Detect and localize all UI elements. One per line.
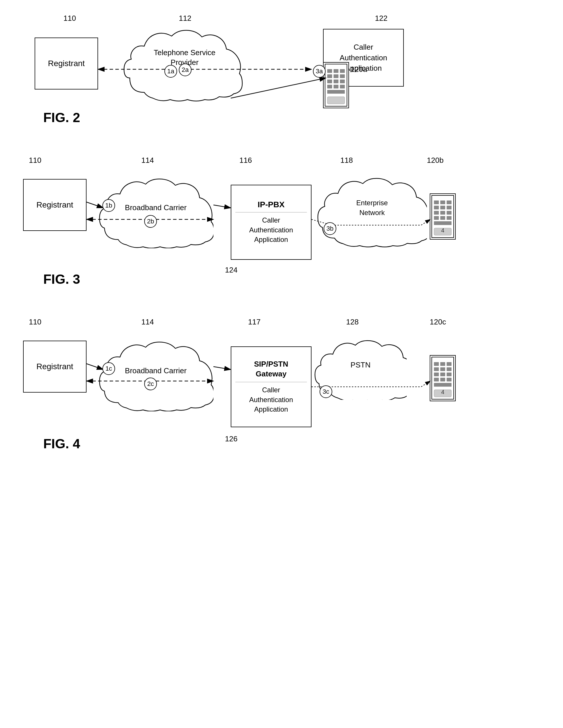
ref-117-fig4: 117	[248, 318, 261, 326]
svg-rect-20	[440, 206, 445, 209]
svg-rect-27	[447, 216, 451, 220]
svg-rect-39	[440, 373, 445, 376]
circle-2b: 2b	[144, 215, 157, 228]
svg-line-52	[214, 205, 231, 208]
ref-124-fig3: 124	[225, 266, 238, 275]
svg-rect-1	[327, 69, 332, 73]
sip-gateway-label-fig4: SIP/PSTNGateway	[254, 359, 288, 379]
svg-rect-43	[447, 378, 451, 381]
circle-1c: 1c	[102, 362, 115, 375]
svg-rect-38	[434, 373, 439, 376]
circle-2a: 2a	[179, 64, 192, 76]
ref-122-fig2: 122	[375, 14, 387, 23]
svg-text:4: 4	[441, 389, 444, 395]
svg-line-58	[214, 367, 231, 369]
svg-rect-23	[440, 211, 445, 214]
svg-rect-40	[447, 373, 451, 376]
circle-2c: 2c	[144, 378, 157, 390]
registrant-fig2: Registrant	[35, 38, 98, 89]
fig4-label: FIG. 4	[43, 436, 80, 451]
svg-text:4: 4	[441, 227, 444, 234]
svg-rect-6	[340, 74, 345, 78]
svg-rect-44	[434, 383, 451, 387]
svg-rect-25	[434, 216, 439, 220]
svg-rect-36	[440, 367, 445, 371]
svg-rect-17	[440, 201, 445, 204]
tsp-cloud-fig2: Telephone ServiceProvider	[121, 17, 248, 104]
svg-rect-22	[434, 211, 439, 214]
circle-3a: 3a	[313, 65, 325, 78]
phone-fig4: 4	[430, 355, 456, 401]
broadband-carrier-cloud-fig3: Broadband Carrier	[98, 167, 214, 248]
svg-rect-14	[327, 97, 345, 104]
fig2-label: FIG. 2	[43, 110, 80, 125]
svg-line-62	[421, 381, 430, 387]
svg-rect-11	[334, 85, 338, 88]
circle-3b: 3b	[323, 222, 336, 235]
svg-rect-16	[434, 201, 439, 204]
svg-rect-13	[327, 90, 345, 94]
ref-120a-fig2: 120a	[350, 65, 367, 74]
svg-rect-9	[340, 80, 345, 83]
ref-114-fig3: 114	[141, 156, 154, 165]
svg-rect-7	[327, 80, 332, 83]
ref-120c-fig4: 120c	[430, 318, 446, 326]
svg-rect-21	[447, 206, 451, 209]
svg-rect-32	[434, 362, 439, 366]
svg-rect-8	[334, 80, 338, 83]
caller-auth-app-label-fig3: CallerAuthenticationApplication	[249, 215, 293, 244]
ref-126-fig4: 126	[225, 434, 238, 443]
svg-rect-34	[447, 362, 451, 366]
svg-rect-3	[340, 69, 345, 73]
svg-rect-33	[440, 362, 445, 366]
svg-rect-41	[434, 378, 439, 381]
svg-rect-24	[447, 211, 451, 214]
ref-128-fig4: 128	[346, 318, 358, 326]
ref-110-fig3: 110	[29, 156, 41, 165]
phone-fig3: 4	[430, 193, 456, 240]
svg-rect-42	[440, 378, 445, 381]
registrant-fig3: Registrant	[23, 179, 87, 231]
broadband-carrier-cloud-fig4: Broadband Carrier	[98, 331, 214, 411]
registrant-fig4: Registrant	[23, 341, 87, 393]
ref-118-fig3: 118	[340, 156, 353, 165]
svg-rect-37	[447, 367, 451, 371]
circle-1a: 1a	[164, 65, 177, 78]
enterprise-network-cloud-fig3: EnterpriseNetwork	[317, 167, 427, 248]
svg-rect-35	[434, 367, 439, 371]
svg-rect-28	[434, 221, 451, 225]
sip-gateway-box-fig4: SIP/PSTNGateway CallerAuthenticationAppl…	[231, 346, 311, 427]
svg-rect-18	[447, 201, 451, 204]
svg-rect-10	[327, 85, 332, 88]
ippbx-box-fig3: IP-PBX CallerAuthenticationApplication	[231, 185, 311, 260]
caller-auth-app-label-fig4: CallerAuthenticationApplication	[249, 385, 293, 414]
ref-114-fig4: 114	[141, 318, 154, 326]
ref-110-fig2: 110	[63, 14, 76, 23]
fig3-label: FIG. 3	[43, 271, 80, 287]
diagram-container: 110 112 122 Registrant Telephone Service…	[0, 0, 563, 728]
phone-fig2	[323, 62, 349, 108]
svg-rect-19	[434, 206, 439, 209]
svg-rect-2	[334, 69, 338, 73]
ref-116-fig3: 116	[240, 156, 252, 165]
broadband-carrier-label-fig4: Broadband Carrier	[125, 366, 187, 376]
ref-120b-fig3: 120b	[427, 156, 444, 165]
pstn-label-fig4: PSTN	[350, 360, 370, 370]
svg-rect-12	[340, 85, 345, 88]
ref-110-fig4: 110	[29, 318, 41, 326]
svg-rect-5	[334, 74, 338, 78]
svg-rect-26	[440, 216, 445, 220]
svg-rect-4	[327, 74, 332, 78]
enterprise-network-label-fig3: EnterpriseNetwork	[356, 198, 388, 217]
circle-3c: 3c	[319, 385, 332, 398]
circle-1b: 1b	[102, 199, 115, 212]
broadband-carrier-label-fig3: Broadband Carrier	[125, 203, 187, 213]
